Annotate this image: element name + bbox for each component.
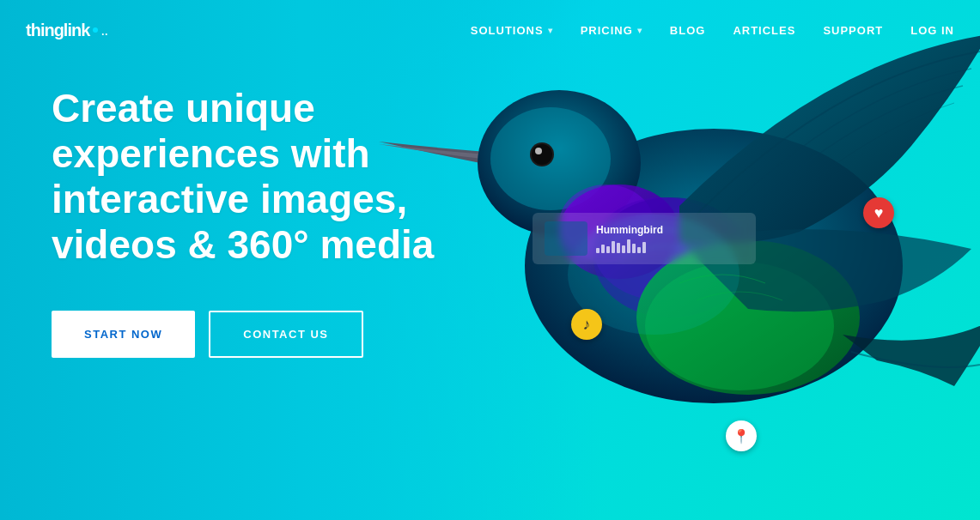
bar-2	[601, 245, 605, 253]
logo-text: thinglink	[26, 21, 89, 40]
bar-5	[617, 243, 620, 253]
navbar: thinglink .. SOLUTIONS ▾ PRICING ▾ BLOG …	[0, 0, 980, 60]
svg-point-5	[535, 148, 542, 154]
solutions-chevron-icon: ▾	[548, 26, 553, 35]
bar-8	[632, 244, 636, 253]
bar-6	[622, 245, 625, 253]
nav-articles[interactable]: ARTICLES	[733, 24, 795, 37]
bar-9	[637, 247, 641, 253]
contact-us-button[interactable]: CONTACT US	[209, 311, 362, 358]
logo[interactable]: thinglink ..	[26, 21, 107, 40]
nav-links: SOLUTIONS ▾ PRICING ▾ BLOG ARTICLES SUPP…	[471, 24, 954, 37]
music-icon: ♪	[583, 316, 591, 334]
logo-ellipsis: ..	[100, 21, 107, 39]
nav-support[interactable]: SUPPORT	[823, 24, 883, 37]
nav-blog[interactable]: BLOG	[670, 24, 706, 37]
hero-title: Create unique experiences with interacti…	[52, 86, 515, 268]
bar-1	[596, 248, 600, 253]
nav-pricing[interactable]: PRICING ▾	[581, 24, 642, 37]
location-pin[interactable]: 📍	[726, 420, 757, 451]
hero-section: Create unique experiences with interacti…	[52, 86, 515, 358]
music-pin[interactable]: ♪	[571, 309, 602, 340]
heart-pin[interactable]: ♥	[863, 197, 894, 228]
cta-buttons: START NOW CONTACT US	[52, 311, 515, 358]
start-now-button[interactable]: START NOW	[52, 311, 195, 358]
svg-point-4	[532, 144, 552, 165]
info-card-thumbnail	[545, 221, 587, 256]
nav-solutions[interactable]: SOLUTIONS ▾	[471, 24, 553, 37]
page-wrapper: thinglink .. SOLUTIONS ▾ PRICING ▾ BLOG …	[0, 0, 980, 520]
bar-3	[606, 246, 610, 253]
bar-10	[642, 242, 646, 253]
info-card-title: Hummingbird	[596, 224, 663, 236]
pricing-chevron-icon: ▾	[637, 26, 642, 35]
logo-dot-icon	[93, 27, 98, 33]
bar-7	[627, 239, 630, 253]
nav-login[interactable]: LOG IN	[910, 24, 954, 37]
bar-4	[612, 241, 615, 253]
info-card-bars	[596, 239, 663, 253]
location-icon: 📍	[733, 428, 750, 444]
info-card: Hummingbird	[533, 213, 756, 264]
heart-icon: ♥	[874, 204, 884, 222]
